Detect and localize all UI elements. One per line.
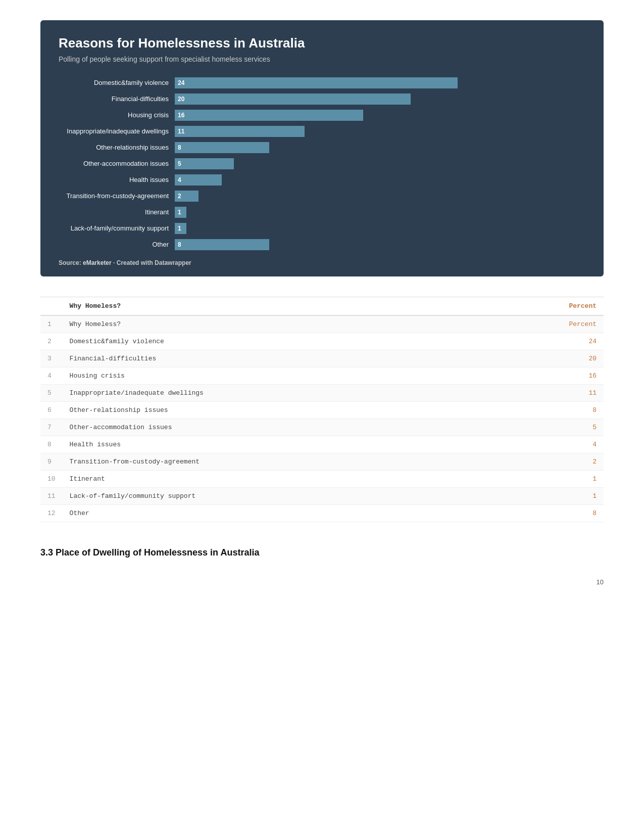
table-body: 1 Why Homeless? Percent 2 Domestic&famil… <box>40 315 604 522</box>
page-number: 10 <box>40 578 604 586</box>
col-percent-header: Percent <box>485 297 604 316</box>
chart-row-label: Other-accommodation issues <box>59 160 175 168</box>
chart-bar-container: 2 <box>175 191 585 202</box>
chart-subtitle: Polling of people seeking support from s… <box>59 55 585 63</box>
chart-bar-container: 5 <box>175 158 585 169</box>
table-cell-num: 1 <box>40 315 63 333</box>
chart-row-label: Inappropriate/inadequate dwellings <box>59 127 175 136</box>
table-header-row: Why Homeless? Percent <box>40 297 604 316</box>
chart-row: Itinerant 1 <box>59 207 585 218</box>
table-cell-percent: 20 <box>485 350 604 367</box>
section-heading: 3.3 Place of Dwelling of Homelessness in… <box>40 547 604 558</box>
table-cell-label: Lack-of-family/community support <box>63 488 485 505</box>
table-cell-percent: 1 <box>485 471 604 488</box>
table-cell-label: Health issues <box>63 436 485 453</box>
chart-bar: 1 <box>175 207 186 218</box>
chart-bar-container: 1 <box>175 223 585 234</box>
table-row: 1 Why Homeless? Percent <box>40 315 604 333</box>
table-cell-percent: 8 <box>485 402 604 419</box>
chart-bar: 8 <box>175 239 269 250</box>
table-cell-num: 7 <box>40 419 63 436</box>
table-cell-label: Financial-difficulties <box>63 350 485 367</box>
table-cell-percent: Percent <box>485 315 604 333</box>
chart-row-label: Financial-difficulties <box>59 95 175 104</box>
table-cell-label: Inappropriate/inadequate dwellings <box>63 385 485 402</box>
table-cell-num: 4 <box>40 367 63 385</box>
table-row: 5 Inappropriate/inadequate dwellings 11 <box>40 385 604 402</box>
chart-row: Other-relationship issues 8 <box>59 142 585 153</box>
chart-bar-value: 20 <box>178 96 184 103</box>
table-cell-num: 10 <box>40 471 63 488</box>
chart-row: Other 8 <box>59 239 585 250</box>
chart-bar-value: 11 <box>178 128 184 135</box>
chart-bar: 2 <box>175 191 199 202</box>
table-row: 11 Lack-of-family/community support 1 <box>40 488 604 505</box>
table-cell-label: Other-accommodation issues <box>63 419 485 436</box>
chart-row-label: Other <box>59 241 175 249</box>
chart-row-label: Itinerant <box>59 208 175 217</box>
chart-row: Housing crisis 16 <box>59 110 585 121</box>
table-cell-label: Other <box>63 505 485 522</box>
chart-row: Domestic&family violence 24 <box>59 77 585 88</box>
col-num-header <box>40 297 63 316</box>
table-cell-num: 3 <box>40 350 63 367</box>
chart-source: Source: eMarketer · Created with Datawra… <box>59 259 585 266</box>
table-cell-label: Other-relationship issues <box>63 402 485 419</box>
table-cell-label: Transition-from-custody-agreement <box>63 453 485 471</box>
data-table: Why Homeless? Percent 1 Why Homeless? Pe… <box>40 297 604 522</box>
table-cell-percent: 5 <box>485 419 604 436</box>
table-cell-num: 12 <box>40 505 63 522</box>
table-cell-label: Housing crisis <box>63 367 485 385</box>
chart-bar-value: 1 <box>178 225 181 232</box>
chart-bar: 20 <box>175 94 411 105</box>
table-cell-percent: 16 <box>485 367 604 385</box>
table-row: 8 Health issues 4 <box>40 436 604 453</box>
table-cell-percent: 8 <box>485 505 604 522</box>
chart-bar-container: 8 <box>175 239 585 250</box>
chart-bar-value: 2 <box>178 193 181 200</box>
chart-row: Financial-difficulties 20 <box>59 94 585 105</box>
chart-bar: 16 <box>175 110 363 121</box>
chart-row-label: Health issues <box>59 176 175 184</box>
table-row: 10 Itinerant 1 <box>40 471 604 488</box>
chart-bar: 8 <box>175 142 269 153</box>
chart-row-label: Housing crisis <box>59 111 175 120</box>
chart-rows: Domestic&family violence 24 Financial-di… <box>59 77 585 250</box>
chart-bar-value: 8 <box>178 144 181 151</box>
chart-row-label: Domestic&family violence <box>59 79 175 87</box>
table-row: 2 Domestic&family violence 24 <box>40 333 604 350</box>
chart-bar: 5 <box>175 158 234 169</box>
table-cell-num: 2 <box>40 333 63 350</box>
table-cell-percent: 2 <box>485 453 604 471</box>
table-cell-percent: 11 <box>485 385 604 402</box>
table-row: 7 Other-accommodation issues 5 <box>40 419 604 436</box>
chart-row: Inappropriate/inadequate dwellings 11 <box>59 126 585 137</box>
table-row: 12 Other 8 <box>40 505 604 522</box>
col-label-header: Why Homeless? <box>63 297 485 316</box>
chart-bar-container: 4 <box>175 174 585 186</box>
chart-bar-value: 1 <box>178 209 181 216</box>
chart-bar-container: 24 <box>175 77 585 88</box>
chart-bar-container: 1 <box>175 207 585 218</box>
chart-bar-value: 4 <box>178 176 181 183</box>
chart-row-label: Lack-of-family/community support <box>59 224 175 233</box>
table-cell-num: 9 <box>40 453 63 471</box>
chart-source-prefix: Source: <box>59 259 83 266</box>
chart-row: Other-accommodation issues 5 <box>59 158 585 169</box>
table-row: 9 Transition-from-custody-agreement 2 <box>40 453 604 471</box>
table-cell-num: 5 <box>40 385 63 402</box>
table-cell-label: Itinerant <box>63 471 485 488</box>
table-row: 6 Other-relationship issues 8 <box>40 402 604 419</box>
chart-source-bold: eMarketer <box>83 259 112 266</box>
table-cell-percent: 24 <box>485 333 604 350</box>
table-cell-label: Why Homeless? <box>63 315 485 333</box>
chart-source-suffix: · Created with Datawrapper <box>112 259 191 266</box>
table-cell-num: 11 <box>40 488 63 505</box>
chart-row: Transition-from-custody-agreement 2 <box>59 191 585 202</box>
table-cell-percent: 4 <box>485 436 604 453</box>
table-row: 3 Financial-difficulties 20 <box>40 350 604 367</box>
chart-bar: 11 <box>175 126 305 137</box>
chart-card: Reasons for Homelessness in Australia Po… <box>40 20 604 276</box>
chart-bar: 4 <box>175 174 222 186</box>
chart-title: Reasons for Homelessness in Australia <box>59 35 585 51</box>
